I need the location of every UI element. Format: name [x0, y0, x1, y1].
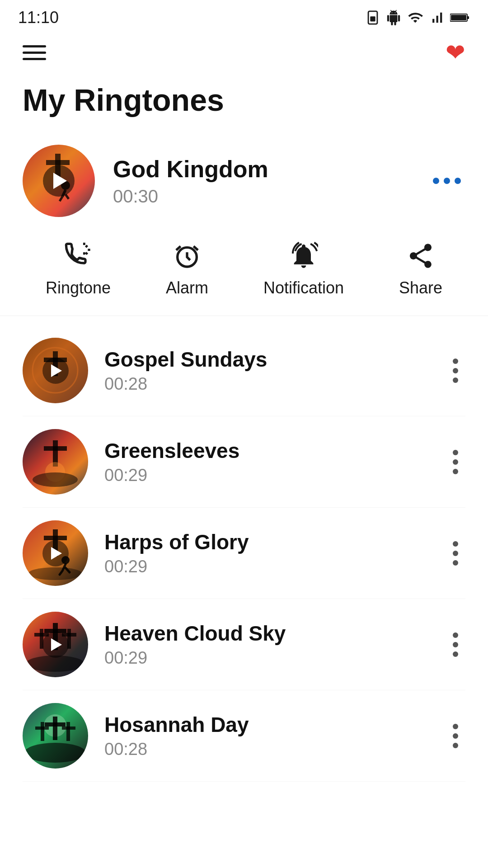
notification-icon: [289, 241, 318, 270]
svg-rect-1: [370, 16, 375, 21]
hosannah-day-info: Hosannah Day 00:28: [88, 712, 446, 759]
greensleeves-info: Greensleeves 00:29: [88, 439, 446, 485]
svg-rect-34: [45, 722, 66, 726]
action-share[interactable]: Share: [399, 240, 442, 297]
sim-icon: [365, 10, 380, 25]
dot-1: [453, 632, 458, 638]
notification-label: Notification: [263, 278, 344, 297]
alarm-label: Alarm: [166, 278, 208, 297]
dot-1: [453, 359, 458, 364]
dot-2: [453, 368, 458, 373]
svg-point-39: [24, 743, 86, 763]
list-item: Harps of Glory 00:29: [23, 508, 465, 599]
android-icon: [386, 10, 401, 25]
heaven-cloud-sky-more-button[interactable]: [446, 628, 465, 661]
svg-rect-3: [467, 16, 469, 19]
harps-of-glory-thumbnail[interactable]: [23, 520, 88, 586]
status-bar: 11:10: [0, 0, 488, 32]
action-ringtone[interactable]: Ringtone: [46, 240, 111, 297]
greensleeves-art: [23, 429, 88, 495]
greensleeves-more-button[interactable]: [446, 445, 465, 479]
featured-play-button[interactable]: [43, 165, 75, 197]
dot-1: [453, 450, 458, 455]
greensleeves-thumbnail[interactable]: [23, 429, 88, 495]
action-notification[interactable]: Notification: [263, 240, 344, 297]
status-time: 11:10: [18, 8, 59, 27]
svg-rect-22: [44, 536, 67, 540]
svg-point-24: [28, 567, 82, 580]
gospel-sundays-title: Gospel Sundays: [104, 347, 446, 372]
top-bar: ❤: [0, 32, 488, 73]
gospel-play-button[interactable]: [42, 358, 69, 384]
hamburger-line-3: [23, 58, 46, 60]
hosannah-art: [23, 703, 88, 769]
greensleeves-title: Greensleeves: [104, 439, 446, 463]
gospel-sundays-duration: 00:28: [104, 374, 446, 394]
action-row: Ringtone Alarm Notification: [0, 226, 488, 316]
alarm-icon-wrap: [171, 240, 203, 272]
hamburger-line-2: [23, 52, 46, 54]
gospel-sundays-thumbnail[interactable]: [23, 338, 88, 403]
svg-rect-7: [46, 160, 70, 165]
list-item: Greensleeves 00:29: [23, 416, 465, 508]
list-item: Hosannah Day 00:28: [23, 690, 465, 782]
heaven-cloud-sky-title: Heaven Cloud Sky: [104, 621, 446, 646]
play-triangle-icon: [53, 173, 67, 189]
svg-rect-35: [41, 722, 44, 741]
action-alarm[interactable]: Alarm: [166, 240, 208, 297]
harps-of-glory-duration: 00:29: [104, 557, 446, 576]
heaven-cloud-sky-info: Heaven Cloud Sky 00:29: [88, 621, 446, 668]
harps-of-glory-title: Harps of Glory: [104, 530, 446, 554]
dot-1: [453, 541, 458, 547]
hosannah-day-more-button[interactable]: [446, 719, 465, 753]
svg-rect-37: [66, 722, 70, 741]
hamburger-line-1: [23, 45, 46, 47]
favorites-button[interactable]: ❤: [446, 41, 465, 64]
dot-2: [453, 733, 458, 739]
svg-rect-18: [44, 446, 67, 451]
ringtone-icon: [64, 241, 93, 270]
svg-rect-38: [62, 726, 75, 730]
harps-of-glory-more-button[interactable]: [446, 537, 465, 570]
svg-rect-4: [451, 15, 466, 20]
gospel-sundays-more-button[interactable]: [446, 354, 465, 387]
svg-line-10: [60, 197, 62, 201]
featured-title: God Kingdom: [113, 156, 428, 183]
featured-item: God Kingdom 00:30: [0, 136, 488, 226]
featured-more-button[interactable]: [428, 173, 465, 189]
list-item: Gospel Sundays 00:28: [23, 325, 465, 416]
harps-of-glory-info: Harps of Glory 00:29: [88, 530, 446, 576]
dot-1: [453, 724, 458, 729]
hosannah-day-thumbnail[interactable]: [23, 703, 88, 769]
dot-1: [433, 178, 439, 184]
dot-3: [453, 651, 458, 657]
featured-duration: 00:30: [113, 186, 428, 207]
hosannah-day-title: Hosannah Day: [104, 712, 446, 737]
gospel-sundays-info: Gospel Sundays 00:28: [88, 347, 446, 394]
dot-2: [444, 178, 450, 184]
notification-icon-wrap: [287, 240, 320, 272]
dot-3: [453, 377, 458, 383]
heaven-play-button[interactable]: [42, 632, 69, 658]
featured-info: God Kingdom 00:30: [95, 156, 428, 207]
dot-2: [453, 642, 458, 647]
heaven-cloud-sky-duration: 00:29: [104, 648, 446, 668]
greensleeves-duration: 00:29: [104, 466, 446, 485]
svg-line-11: [66, 194, 69, 199]
svg-point-20: [33, 472, 78, 487]
share-icon-wrap: [404, 240, 437, 272]
svg-rect-33: [53, 717, 57, 740]
status-icons: [365, 10, 470, 25]
ringtone-label: Ringtone: [46, 278, 111, 297]
heaven-cloud-sky-thumbnail[interactable]: [23, 612, 88, 677]
menu-button[interactable]: [23, 45, 46, 60]
dot-3: [453, 743, 458, 748]
dot-3: [453, 469, 458, 474]
share-icon: [406, 241, 435, 270]
dot-3: [453, 560, 458, 566]
wifi-icon: [407, 10, 424, 25]
featured-thumbnail[interactable]: [23, 145, 95, 217]
harps-play-button[interactable]: [42, 540, 69, 566]
hosannah-day-duration: 00:28: [104, 740, 446, 759]
ringtone-list: Gospel Sundays 00:28 Greensleeves 00:29: [0, 325, 488, 782]
